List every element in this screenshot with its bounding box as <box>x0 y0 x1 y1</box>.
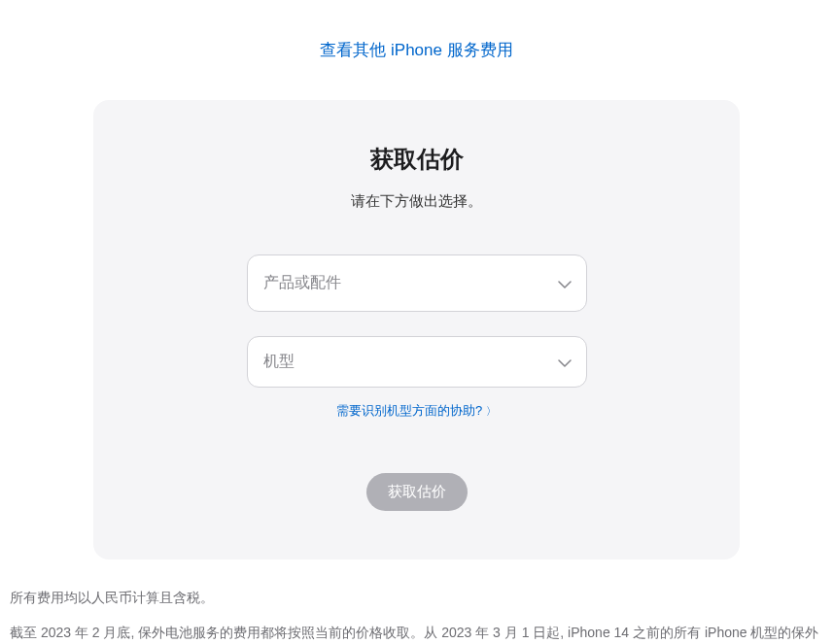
help-link-container: 需要识别机型方面的协助?〉 <box>132 402 701 420</box>
product-select-row: 产品或配件 <box>247 254 587 312</box>
footer-text: 所有费用均以人民币计算且含税。 截至 2023 年 2 月底, 保外电池服务的费… <box>10 587 823 644</box>
model-select[interactable]: 机型 <box>247 336 587 388</box>
model-select-row: 机型 <box>247 336 587 388</box>
footer-line-2: 截至 2023 年 2 月底, 保外电池服务的费用都将按照当前的价格收取。从 2… <box>10 622 823 644</box>
product-select[interactable]: 产品或配件 <box>247 254 587 312</box>
footer-line-2-text: 截至 2023 年 2 月底, 保外电池服务的费用都将按照当前的价格收取。从 2… <box>10 625 818 644</box>
card-subtitle: 请在下方做出选择。 <box>132 192 701 211</box>
other-services-link[interactable]: 查看其他 iPhone 服务费用 <box>320 41 512 59</box>
estimate-card: 获取估价 请在下方做出选择。 产品或配件 机型 需要识别机型方面的协助?〉 获取… <box>93 100 740 559</box>
card-title: 获取估价 <box>132 144 701 175</box>
help-identify-link[interactable]: 需要识别机型方面的协助?〉 <box>336 403 497 418</box>
chevron-right-icon: 〉 <box>486 405 497 417</box>
help-link-text: 需要识别机型方面的协助? <box>336 403 482 418</box>
other-services-link-container: 查看其他 iPhone 服务费用 <box>10 39 823 61</box>
get-estimate-button[interactable]: 获取估价 <box>366 473 468 511</box>
footer-line-1: 所有费用均以人民币计算且含税。 <box>10 587 823 610</box>
